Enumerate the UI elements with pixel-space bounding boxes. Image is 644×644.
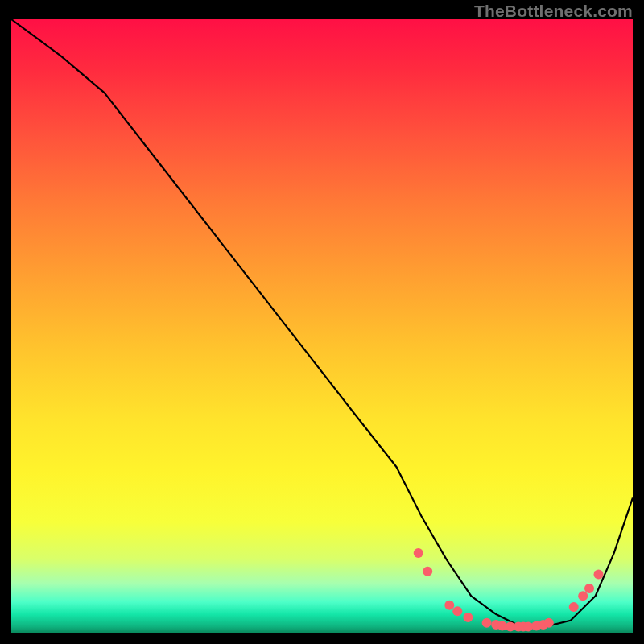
plot-area [11, 19, 633, 633]
data-point [463, 613, 473, 622]
curve-line [11, 19, 633, 626]
data-point [594, 570, 604, 580]
data-point [414, 548, 423, 558]
data-point [482, 618, 492, 628]
data-point [584, 584, 594, 593]
chart-svg [11, 19, 633, 633]
data-point [569, 602, 579, 612]
chart-frame: TheBottleneck.com [0, 0, 644, 644]
watermark-text: TheBottleneck.com [474, 2, 633, 21]
data-point [452, 606, 462, 616]
data-point [444, 601, 454, 610]
data-point [423, 567, 432, 576]
data-point [578, 591, 588, 601]
data-point [544, 618, 554, 628]
